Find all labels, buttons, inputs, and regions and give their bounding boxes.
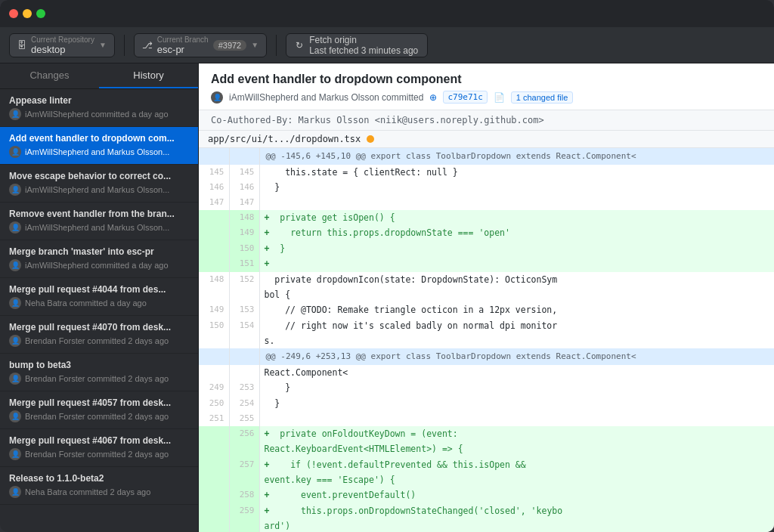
- commit-item-title: Appease linter: [9, 95, 189, 106]
- branch-chevron-icon: ▼: [251, 41, 259, 49]
- commit-item-meta: 👤iAmWillShepherd committed a day ago: [9, 108, 189, 120]
- commit-item[interactable]: Merge branch 'master' into esc-pr👤iAmWil…: [0, 240, 198, 278]
- hunk-header-1: @@ -145,6 +145,10 @@ export class Toolba…: [199, 148, 774, 165]
- commit-item[interactable]: Add event handler to dropdown com...👤iAm…: [0, 127, 198, 165]
- diff-row-added: React.KeyboardEvent<HTMLElement>) => {: [199, 441, 774, 456]
- avatar: 👤: [9, 448, 21, 460]
- commit-item-meta: 👤Neha Batra committed 2 days ago: [9, 486, 189, 498]
- commit-hash[interactable]: c79e71c: [443, 91, 487, 104]
- file-header: app/src/ui/t.../dropdown.tsx: [199, 131, 774, 148]
- fetch-label: Fetch origin: [309, 35, 418, 45]
- commit-item-author: Brendan Forster committed 2 days ago: [25, 412, 169, 421]
- commit-item[interactable]: bump to beta3👤Brendan Forster committed …: [0, 354, 198, 391]
- file-icon: 📄: [494, 92, 505, 103]
- commit-item-title: Merge pull request #4070 from desk...: [9, 322, 189, 332]
- diff-row: 150 154 // right now it's scaled badly o…: [199, 318, 774, 333]
- avatar: 👤: [9, 335, 21, 347]
- commit-item[interactable]: Remove event handler from the bran...👤iA…: [0, 203, 198, 240]
- commit-item-meta: 👤Neha Batra committed a day ago: [9, 297, 189, 309]
- commit-item-author: iAmWillShepherd and Markus Olsson...: [25, 223, 169, 232]
- commit-item[interactable]: Merge pull request #4057 from desk...👤Br…: [0, 391, 198, 429]
- current-branch-button[interactable]: ⎇ Current Branch esc-pr #3972 ▼: [134, 33, 267, 57]
- traffic-lights: [9, 9, 45, 18]
- commit-item-author: iAmWillShepherd and Markus Olsson...: [25, 147, 169, 156]
- maximize-button[interactable]: [36, 9, 45, 18]
- diff-row: 149 153 // @TODO: Remake triangle octico…: [199, 302, 774, 317]
- diff-row-added: 258 + event.preventDefault(): [199, 487, 774, 503]
- commit-item-meta: 👤Brendan Forster committed 2 days ago: [9, 410, 189, 422]
- branch-label: Current Branch: [157, 36, 209, 44]
- diff-row-added: event.key === 'Escape') {: [199, 472, 774, 487]
- diff-row-added: 149 + return this.props.dropdownState ==…: [199, 225, 774, 240]
- commit-author: iAmWillShepherd and Markus Olsson commit…: [229, 92, 423, 103]
- commit-item[interactable]: Move escape behavior to correct co...👤iA…: [0, 165, 198, 203]
- diff-row-added: 151 +: [199, 256, 774, 271]
- toolbar: 🗄 Current Repository desktop ▼ ⎇ Current…: [0, 27, 774, 63]
- avatar: 👤: [211, 91, 223, 104]
- avatar: 👤: [9, 410, 21, 422]
- avatar: 👤: [9, 184, 21, 196]
- fetch-icon: ↻: [296, 40, 303, 51]
- avatar: 👤: [9, 146, 21, 158]
- avatar: 👤: [9, 486, 21, 498]
- current-repo-button[interactable]: 🗄 Current Repository desktop ▼: [9, 33, 115, 57]
- commit-item-title: Move escape behavior to correct co...: [9, 171, 189, 181]
- changed-files[interactable]: 1 changed file: [511, 91, 574, 104]
- diff-row: s.: [199, 333, 774, 348]
- branch-name: esc-pr: [157, 44, 209, 55]
- separator-1: [124, 35, 125, 56]
- main-area: Changes History Appease linter👤iAmWillSh…: [0, 63, 774, 532]
- hunk-line-num-old: [199, 148, 229, 165]
- diff-row: React.Component<: [199, 365, 774, 380]
- diff-row-added: 148 + private get isOpen() {: [199, 210, 774, 225]
- co-author-line: Co-Authored-By: Markus Olsson <niik@user…: [199, 110, 774, 131]
- avatar: 👤: [9, 373, 21, 385]
- commit-item-meta: 👤iAmWillShepherd and Markus Olsson...: [9, 184, 189, 196]
- avatar: 👤: [9, 108, 21, 120]
- file-status-modified-icon: [367, 135, 374, 143]
- commit-list[interactable]: Appease linter👤iAmWillShepherd committed…: [0, 89, 198, 532]
- commit-header: Add event handler to dropdown component …: [199, 63, 774, 110]
- commit-item[interactable]: Merge pull request #4070 from desk...👤Br…: [0, 316, 198, 354]
- diff-table: @@ -145,6 +145,10 @@ export class Toolba…: [199, 148, 774, 532]
- commit-item-author: Brendan Forster committed 2 days ago: [25, 374, 169, 383]
- diff-row-added: 256 + private onFoldoutKeyDown = (event:: [199, 426, 774, 441]
- commit-item-title: Merge pull request #4067 from desk...: [9, 435, 189, 446]
- repo-label: Current Repository: [31, 36, 94, 44]
- tab-changes[interactable]: Changes: [0, 63, 99, 88]
- commit-item-meta: 👤Brendan Forster committed 2 days ago: [9, 373, 189, 385]
- commit-item-title: bump to beta3: [9, 360, 189, 370]
- fetch-origin-button[interactable]: ↻ Fetch origin Last fetched 3 minutes ag…: [286, 33, 428, 57]
- diff-row: 145 145 this.state = { clientRect: null …: [199, 165, 774, 180]
- commit-item-author: Neha Batra committed 2 days ago: [25, 487, 150, 496]
- diff-container[interactable]: app/src/ui/t.../dropdown.tsx @@ -145,6 +…: [199, 131, 774, 532]
- commit-item-title: Merge branch 'master' into esc-pr: [9, 246, 189, 257]
- commit-item-meta: 👤iAmWillShepherd committed a day ago: [9, 259, 189, 271]
- commit-item[interactable]: Merge pull request #4044 from des...👤Neh…: [0, 278, 198, 316]
- diff-row-added: 150 + }: [199, 241, 774, 256]
- repo-name: desktop: [31, 44, 94, 55]
- commit-item-meta: 👤Brendan Forster committed 2 days ago: [9, 335, 189, 347]
- close-button[interactable]: [9, 9, 18, 18]
- hunk-line-num-new: [229, 148, 259, 165]
- minimize-button[interactable]: [23, 9, 32, 18]
- commit-item-title: Merge pull request #4057 from desk...: [9, 397, 189, 408]
- content-panel: Add event handler to dropdown component …: [199, 63, 774, 532]
- fetch-sub: Last fetched 3 minutes ago: [309, 45, 418, 56]
- commit-item-meta: 👤iAmWillShepherd and Markus Olsson...: [9, 221, 189, 234]
- branch-icon: ⎇: [142, 40, 153, 51]
- diff-row: 249 253 }: [199, 380, 774, 395]
- commit-item-title: Merge pull request #4044 from des...: [9, 284, 189, 295]
- tab-bar: Changes History: [0, 63, 198, 89]
- tab-history[interactable]: History: [99, 63, 198, 88]
- repo-icon: 🗄: [17, 40, 26, 51]
- diff-row: 147 147: [199, 195, 774, 210]
- chevron-down-icon: ▼: [99, 41, 107, 49]
- commit-item[interactable]: Merge pull request #4067 from desk...👤Br…: [0, 429, 198, 467]
- diff-row-added: 259 + this.props.onDropdownStateChanged(…: [199, 503, 774, 518]
- diff-row-added: 257 + if (!event.defaultPrevented && thi…: [199, 457, 774, 472]
- hash-icon: ⊕: [429, 92, 437, 103]
- commit-item[interactable]: Appease linter👤iAmWillShepherd committed…: [0, 89, 198, 127]
- commit-item-title: Remove event handler from the bran...: [9, 209, 189, 219]
- commit-item[interactable]: Release to 1.1.0-beta2👤Neha Batra commit…: [0, 467, 198, 505]
